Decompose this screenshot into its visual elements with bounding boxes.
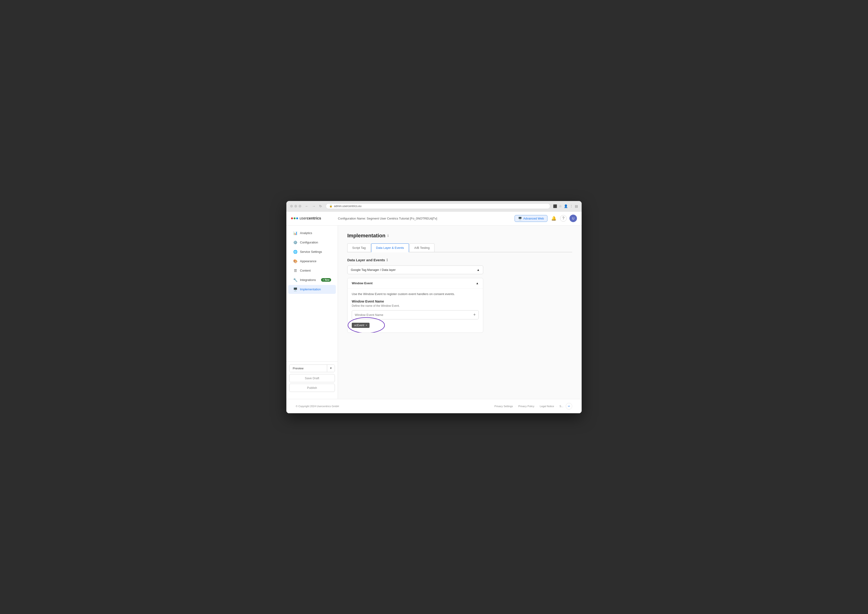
gtm-dropdown-value: Google Tag Manager / Data layer — [351, 268, 395, 272]
back-button[interactable]: ← — [304, 204, 309, 208]
tag-remove-ucEvent[interactable]: × — [366, 324, 367, 327]
separator-2: · — [537, 405, 537, 407]
logo-dot-blue — [296, 218, 298, 219]
sidebar-toggle[interactable]: ▤ — [575, 204, 578, 208]
tab-script-tag[interactable]: Script Tag — [347, 243, 371, 252]
analytics-icon: 📊 — [293, 231, 298, 235]
avatar[interactable]: U — [569, 215, 577, 222]
sidebar-label-service-settings: Service Settings — [300, 250, 322, 253]
page-title-area: Implementation ℹ — [347, 233, 572, 239]
refresh-button[interactable]: ↻ — [318, 204, 323, 208]
tabs: Script Tag Data Layer & Events A/B Testi… — [347, 243, 572, 252]
section-title-text: Data Layer and Events — [347, 258, 385, 262]
sidebar-item-integrations[interactable]: 🔧 Integrations + New — [288, 275, 336, 284]
preview-button[interactable]: Preview — [290, 365, 327, 372]
tab-ab-testing-label: A/B Testing — [414, 246, 430, 250]
card-title: Window Event — [352, 281, 373, 285]
extensions-button[interactable]: ⬛ — [553, 204, 557, 208]
tags-area: ucEvent × — [352, 322, 479, 329]
bell-icon: 🔔 — [551, 216, 556, 221]
sidebar-item-content[interactable]: ☰ Content — [288, 266, 336, 275]
publish-label: Publish — [307, 386, 317, 390]
sidebar-label-analytics: Analytics — [300, 231, 312, 235]
sidebar-item-configuration[interactable]: ⚙️ Configuration — [288, 238, 336, 247]
event-name-input[interactable] — [355, 313, 473, 317]
lock-icon: 🔒 — [329, 205, 333, 208]
footer: © Copyright 2024 Usercentrics GmbH Priva… — [286, 399, 582, 413]
new-badge-label: New — [325, 278, 330, 281]
bookmarks-button[interactable]: ☆ — [559, 204, 562, 208]
app-container: usercentrics Configuration Name: Segment… — [286, 211, 582, 413]
browser-window: ← → ↻ 🔒 admin.usercentrics.eu ⬛ ☆ 👤 ⋮ ▤ — [286, 201, 582, 413]
card-header[interactable]: Window Event ▲ — [347, 278, 483, 289]
chevron-down-icon: ▼ — [330, 367, 332, 370]
advanced-web-label: Advanced Web — [523, 217, 544, 220]
tab-data-layer-events[interactable]: Data Layer & Events — [371, 243, 409, 252]
top-bar: usercentrics Configuration Name: Segment… — [286, 211, 582, 225]
configuration-icon: ⚙️ — [293, 240, 298, 245]
tab-script-tag-label: Script Tag — [352, 246, 366, 250]
new-badge: + New — [321, 278, 331, 282]
privacy-settings-link[interactable]: Privacy Settings — [494, 405, 513, 407]
top-bar-actions: 🖥️ Advanced Web 🔔 ? U — [515, 215, 577, 222]
section-title-area: Data Layer and Events ℹ — [347, 258, 572, 262]
save-draft-button[interactable]: Save Draft — [289, 374, 335, 382]
footer-logo: UC — [566, 403, 572, 409]
browser-chrome: ← → ↻ 🔒 admin.usercentrics.eu ⬛ ☆ 👤 ⋮ ▤ — [286, 201, 582, 211]
integrations-icon: 🔧 — [293, 278, 298, 282]
new-badge-plus: + — [323, 278, 324, 281]
footer-links: Privacy Settings · Privacy Policy · Lega… — [494, 403, 572, 409]
sidebar-label-appearance: Appearance — [300, 260, 316, 263]
event-name-input-wrapper: + — [352, 310, 479, 319]
window-event-card: Window Event ▲ Use the Window Event to r… — [347, 278, 483, 333]
card-collapse-icon: ▲ — [476, 281, 479, 285]
tab-data-layer-events-label: Data Layer & Events — [376, 246, 404, 250]
preview-label: Preview — [293, 367, 304, 370]
sidebar-item-analytics[interactable]: 📊 Analytics — [288, 229, 336, 238]
browser-actions: ⬛ ☆ 👤 ⋮ ▤ — [553, 204, 578, 208]
tag-ucEvent: ucEvent × — [352, 323, 370, 328]
sidebar-item-appearance[interactable]: 🎨 Appearance — [288, 257, 336, 266]
help-button[interactable]: ? — [560, 215, 567, 222]
legal-notice-link[interactable]: Legal Notice — [540, 405, 554, 407]
preview-dropdown-button[interactable]: ▼ — [327, 365, 335, 372]
add-event-button[interactable]: + — [473, 312, 476, 317]
event-name-subtitle: Define the name of the Window Event. — [352, 304, 479, 308]
browser-dot-1 — [290, 205, 293, 208]
sidebar-bottom: Preview ▼ Save Draft Publish — [286, 361, 338, 396]
page-title-info-icon[interactable]: ℹ — [388, 233, 389, 238]
layout: 📊 Analytics ⚙️ Configuration 🌐 Service S… — [286, 225, 582, 399]
gtm-dropdown[interactable]: Google Tag Manager / Data layer ▲ — [347, 266, 483, 274]
chevron-up-icon: ▲ — [477, 268, 480, 272]
page-title: Implementation — [347, 233, 386, 239]
sidebar: 📊 Analytics ⚙️ Configuration 🌐 Service S… — [286, 225, 338, 399]
profile-button[interactable]: 👤 — [564, 204, 568, 208]
advanced-web-button[interactable]: 🖥️ Advanced Web — [515, 215, 547, 222]
sidebar-item-implementation[interactable]: 🖥️ Implementation — [288, 285, 336, 294]
preview-btn-wrapper: Preview ▼ — [289, 364, 335, 372]
implementation-icon: 🖥️ — [293, 287, 298, 292]
browser-dot-3 — [299, 205, 301, 208]
sidebar-item-service-settings[interactable]: 🌐 Service Settings — [288, 247, 336, 256]
menu-button[interactable]: ⋮ — [570, 204, 573, 208]
card-description: Use the Window Event to register custom … — [352, 292, 479, 296]
status-link[interactable]: S... — [560, 405, 563, 407]
address-bar[interactable]: 🔒 admin.usercentrics.eu — [326, 203, 550, 209]
help-icon: ? — [563, 216, 564, 221]
browser-dot-2 — [294, 205, 297, 208]
tab-ab-testing[interactable]: A/B Testing — [409, 243, 435, 252]
section-title-info-icon[interactable]: ℹ — [386, 258, 388, 262]
plus-icon: + — [473, 312, 476, 317]
notifications-button[interactable]: 🔔 — [550, 215, 557, 222]
publish-button[interactable]: Publish — [289, 384, 335, 392]
forward-button[interactable]: → — [311, 204, 316, 208]
content-icon: ☰ — [293, 269, 298, 273]
avatar-initial: U — [572, 216, 574, 220]
config-name: Configuration Name: Segment User Centric… — [338, 217, 515, 220]
event-name-section: Window Event Name Define the name of the… — [352, 300, 479, 329]
card-body: Use the Window Event to register custom … — [347, 289, 483, 333]
sidebar-label-integrations: Integrations — [300, 278, 316, 282]
sidebar-label-implementation: Implementation — [300, 288, 321, 291]
privacy-policy-link[interactable]: Privacy Policy — [518, 405, 534, 407]
logo-dots — [291, 218, 298, 219]
